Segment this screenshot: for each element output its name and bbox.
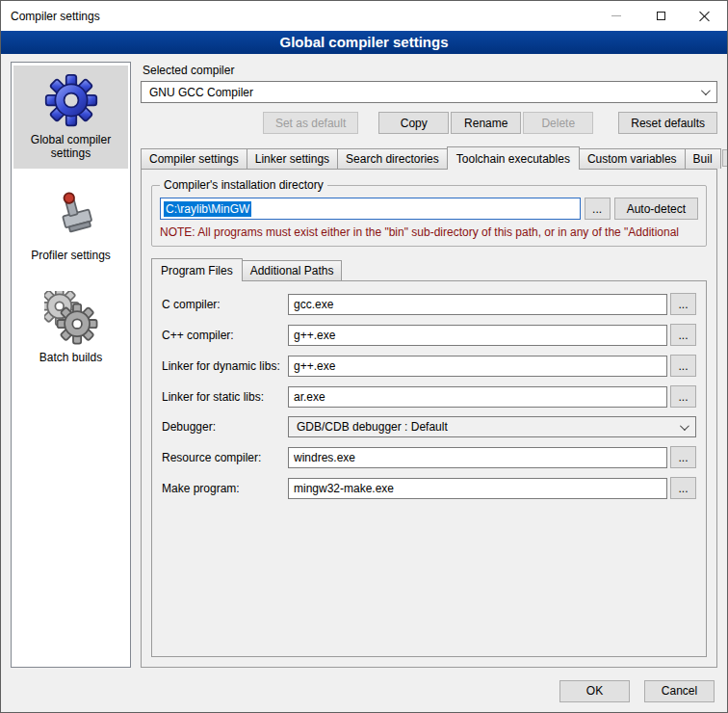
field-label: Resource compiler:	[162, 451, 288, 464]
selected-compiler-value: GNU GCC Compiler	[149, 86, 701, 99]
main-panel: Selected compiler GNU GCC Compiler Set a…	[141, 62, 717, 668]
program-files-panel: C compiler: ... C++ compiler: ... Linker…	[151, 280, 707, 657]
field-label: Linker for dynamic libs:	[162, 359, 288, 373]
debugger-value: GDB/CDB debugger : Default	[297, 420, 680, 434]
field-row: C compiler: ...	[162, 293, 696, 315]
reset-defaults-button[interactable]: Reset defaults	[618, 112, 717, 134]
blue-gear-icon	[44, 73, 98, 127]
chevron-down-icon	[680, 421, 689, 431]
minimize-icon	[611, 15, 621, 16]
dynamic-libs-linker-input[interactable]	[288, 356, 667, 377]
sidebar-item-profiler-settings[interactable]: Profiler settings	[13, 181, 128, 271]
compiler-actions-row: Set as default Copy Rename Delete Reset …	[141, 112, 717, 134]
browse-button[interactable]: ...	[670, 477, 696, 499]
auto-detect-button[interactable]: Auto-detect	[614, 198, 698, 220]
program-files-tabstrip: Program Files Additional Paths	[151, 258, 707, 280]
browse-button[interactable]: ...	[670, 355, 696, 377]
sidebar-item-label: Global compiler settings	[16, 133, 125, 160]
field-label: C compiler:	[162, 298, 288, 311]
sidebar-item-global-compiler-settings[interactable]: Global compiler settings	[13, 66, 128, 169]
sidebar-item-label: Profiler settings	[31, 249, 111, 262]
bin-subdirectory-note: NOTE: All programs must exist either in …	[160, 225, 698, 239]
field-label: Debugger:	[162, 420, 288, 434]
maximize-icon	[657, 12, 665, 20]
selected-compiler-label: Selected compiler	[143, 64, 717, 77]
browse-button[interactable]: ...	[585, 198, 611, 220]
compiler-settings-window: Compiler settings Global compiler settin…	[0, 0, 728, 713]
browse-button[interactable]: ...	[670, 446, 696, 468]
field-label: Linker for static libs:	[162, 390, 288, 404]
sidebar-item-label: Batch builds	[39, 351, 102, 364]
installation-directory-group-label: Compiler's installation directory	[160, 178, 327, 192]
selected-compiler-select[interactable]: GNU GCC Compiler	[141, 81, 717, 103]
delete-button: Delete	[523, 112, 593, 134]
maximize-button[interactable]	[638, 1, 683, 31]
tab-custom-variables[interactable]: Custom variables	[579, 148, 686, 169]
rename-button[interactable]: Rename	[451, 112, 521, 134]
make-program-input[interactable]	[288, 478, 667, 499]
tab-linker-settings[interactable]: Linker settings	[247, 148, 338, 169]
installation-directory-selected-text: C:\raylib\MinGW	[164, 201, 251, 217]
toolchain-executables-panel: Compiler's installation directory C:\ray…	[141, 169, 717, 668]
tab-scroll-buttons	[720, 149, 728, 169]
tab-compiler-settings[interactable]: Compiler settings	[141, 148, 247, 169]
browse-button[interactable]: ...	[670, 385, 696, 408]
field-row: Linker for dynamic libs: ...	[162, 355, 696, 377]
field-row: C++ compiler: ...	[162, 324, 696, 346]
tab-scroll-left-button[interactable]	[722, 149, 728, 167]
installation-directory-row: C:\raylib\MinGW ... Auto-detect	[160, 198, 698, 220]
installation-directory-group: Compiler's installation directory C:\ray…	[151, 185, 707, 247]
browse-button[interactable]: ...	[670, 324, 696, 346]
static-libs-linker-input[interactable]	[288, 386, 667, 408]
field-row: Debugger: GDB/CDB debugger : Default	[162, 416, 696, 437]
copy-button[interactable]: Copy	[378, 112, 449, 134]
cpp-compiler-input[interactable]	[288, 325, 667, 346]
tab-build[interactable]: Buil	[685, 148, 721, 169]
settings-sidebar: Global compiler settings Profiler settin…	[11, 62, 131, 668]
set-as-default-button: Set as default	[263, 112, 358, 134]
field-label: Make program:	[162, 482, 288, 495]
dialog-footer: OK Cancel	[1, 675, 727, 712]
tab-toolchain-executables[interactable]: Toolchain executables	[447, 146, 580, 170]
field-row: Linker for static libs: ...	[162, 385, 696, 408]
sidebar-item-batch-builds[interactable]: Batch builds	[13, 283, 128, 373]
cancel-button[interactable]: Cancel	[644, 680, 715, 702]
ok-button[interactable]: OK	[559, 680, 630, 702]
field-row: Resource compiler: ...	[162, 446, 696, 468]
resource-compiler-input[interactable]	[288, 447, 667, 468]
browse-button[interactable]: ...	[670, 293, 696, 315]
profiler-tool-icon	[44, 189, 98, 243]
titlebar: Compiler settings	[1, 1, 727, 31]
subtab-additional-paths[interactable]: Additional Paths	[242, 260, 343, 280]
close-button[interactable]	[683, 1, 727, 31]
field-row: Make program: ...	[162, 477, 696, 499]
settings-tabstrip: Compiler settings Linker settings Search…	[141, 146, 717, 169]
debugger-select[interactable]: GDB/CDB debugger : Default	[288, 416, 696, 437]
field-label: C++ compiler:	[162, 329, 288, 342]
window-title: Compiler settings	[11, 10, 100, 23]
c-compiler-input[interactable]	[288, 294, 667, 315]
installation-directory-input[interactable]: C:\raylib\MinGW	[160, 198, 581, 220]
chevron-down-icon	[701, 86, 711, 95]
minimize-button	[594, 1, 638, 31]
tab-search-directories[interactable]: Search directories	[337, 148, 448, 169]
close-icon	[699, 11, 711, 22]
dialog-body: Global compiler settings Profiler settin…	[1, 54, 727, 675]
batch-gears-icon	[44, 291, 98, 345]
dialog-banner: Global compiler settings	[1, 31, 727, 54]
subtab-program-files[interactable]: Program Files	[151, 258, 243, 281]
caption-buttons	[594, 1, 727, 31]
